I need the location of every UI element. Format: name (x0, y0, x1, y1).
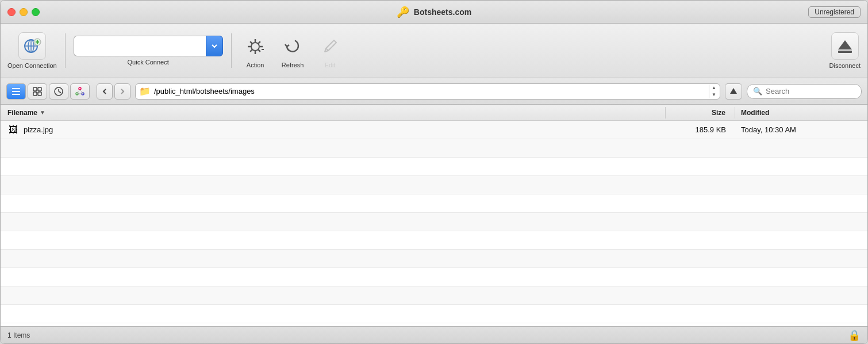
history-view-button[interactable] (49, 83, 68, 100)
path-input[interactable] (154, 87, 705, 95)
quick-connect-input[interactable] (74, 36, 206, 56)
title-bar: 🔑 Botsheets.com Unregistered (1, 1, 867, 24)
empty-row (1, 268, 867, 286)
empty-row (1, 176, 867, 194)
svg-line-13 (258, 49, 260, 52)
separator-1 (65, 33, 66, 68)
disconnect-button[interactable]: Disconnect (829, 32, 861, 69)
maximize-button[interactable] (32, 8, 40, 16)
svg-line-16 (326, 48, 328, 51)
path-stepper-up[interactable]: ▲ (712, 86, 716, 90)
disconnect-icon-wrap (831, 32, 859, 60)
file-name: pizza.jpg (24, 125, 53, 134)
svg-rect-23 (33, 87, 37, 91)
separator-2 (231, 33, 232, 68)
file-icon: 🖼 (7, 124, 19, 136)
svg-rect-21 (12, 94, 20, 95)
list-view-icon (11, 86, 21, 97)
quick-connect-row (74, 36, 223, 56)
chevron-down-icon (211, 43, 218, 49)
search-input[interactable] (766, 87, 846, 95)
view-buttons (6, 83, 90, 100)
status-items-count: 1 Items (7, 331, 30, 339)
size-header-label: Size (712, 109, 725, 117)
refresh-icon (282, 36, 304, 58)
pencil-icon (319, 36, 341, 58)
svg-line-29 (59, 91, 61, 93)
up-arrow-icon (729, 87, 738, 96)
folder-icon: 📁 (139, 86, 151, 97)
svg-line-34 (80, 90, 83, 93)
svg-line-33 (77, 90, 80, 93)
traffic-lights (7, 8, 40, 16)
action-icon-wrap (241, 33, 269, 60)
svg-line-12 (250, 41, 252, 44)
file-size-cell: 185.9 KB (666, 125, 735, 134)
edit-button[interactable]: Edit (314, 33, 346, 68)
empty-row (1, 231, 867, 250)
modified-column-header[interactable]: Modified (735, 109, 867, 117)
table-row[interactable]: 🖼 pizza.jpg 185.9 KB Today, 10:30 AM (1, 121, 867, 139)
close-button[interactable] (7, 8, 16, 16)
size-column-header[interactable]: Size (666, 109, 735, 117)
list-view-button[interactable] (6, 83, 26, 100)
back-arrow-icon (101, 88, 108, 95)
thumbnail-view-icon (32, 86, 43, 97)
open-connection-label: Open Connection (7, 62, 57, 69)
toolbar: Open Connection Quick Connect (1, 24, 867, 78)
svg-rect-20 (12, 91, 20, 92)
filename-column-header[interactable]: Filename ▼ (1, 109, 665, 117)
network-view-button[interactable] (70, 83, 90, 100)
svg-rect-26 (38, 92, 41, 95)
file-name-cell: 🖼 pizza.jpg (1, 124, 666, 136)
quick-connect-area: Quick Connect (74, 36, 223, 66)
file-size: 185.9 KB (696, 125, 727, 134)
svg-rect-22 (12, 88, 14, 89)
sort-arrow-icon: ▼ (40, 109, 45, 116)
file-modified: Today, 10:30 AM (741, 125, 796, 134)
svg-marker-36 (730, 88, 737, 94)
filename-header-label: Filename (7, 109, 37, 117)
edit-icon-wrap (316, 33, 344, 60)
action-button[interactable]: Action (240, 33, 271, 68)
empty-row (1, 158, 867, 176)
svg-marker-17 (838, 40, 852, 49)
path-stepper-down[interactable]: ▼ (712, 93, 716, 97)
refresh-label: Refresh (282, 62, 304, 68)
empty-row (1, 213, 867, 231)
search-wrap: 🔍 (747, 84, 862, 99)
refresh-button[interactable]: Refresh (277, 33, 309, 68)
main-window: 🔑 Botsheets.com Unregistered Open Connec… (0, 0, 868, 344)
path-stepper[interactable]: ▲ ▼ (709, 85, 716, 98)
thumbnail-view-button[interactable] (28, 83, 47, 100)
empty-row (1, 305, 867, 323)
forward-button[interactable] (114, 83, 130, 100)
path-bar: 📁 ▲ ▼ 🔍 (1, 78, 867, 105)
svg-rect-24 (38, 87, 41, 91)
minimize-button[interactable] (20, 8, 28, 16)
empty-rows (1, 139, 867, 323)
quick-connect-dropdown-button[interactable] (206, 36, 223, 56)
open-connection-button[interactable]: Open Connection (7, 32, 57, 69)
svg-rect-18 (838, 51, 852, 53)
app-icon: 🔑 (397, 6, 409, 18)
parent-dir-button[interactable] (725, 83, 742, 100)
quick-connect-label: Quick Connect (128, 59, 169, 66)
title-bar-content: 🔑 Botsheets.com (397, 6, 471, 18)
action-label: Action (247, 62, 264, 68)
search-icon: 🔍 (753, 87, 762, 95)
empty-row (1, 250, 867, 268)
open-connection-icon-wrap (18, 32, 46, 60)
file-modified-cell: Today, 10:30 AM (735, 125, 867, 134)
path-input-wrap: 📁 ▲ ▼ (135, 83, 720, 100)
svg-point-7 (251, 43, 259, 51)
globe-plus-icon (23, 37, 41, 55)
svg-rect-25 (33, 92, 37, 95)
network-icon (75, 86, 85, 97)
modified-header-label: Modified (741, 109, 769, 117)
svg-point-30 (79, 87, 81, 90)
gear-icon (244, 36, 266, 58)
file-table: Filename ▼ Size Modified 🖼 pizza.jpg 1 (1, 105, 867, 326)
unregistered-button[interactable]: Unregistered (808, 6, 861, 18)
back-button[interactable] (97, 83, 113, 100)
